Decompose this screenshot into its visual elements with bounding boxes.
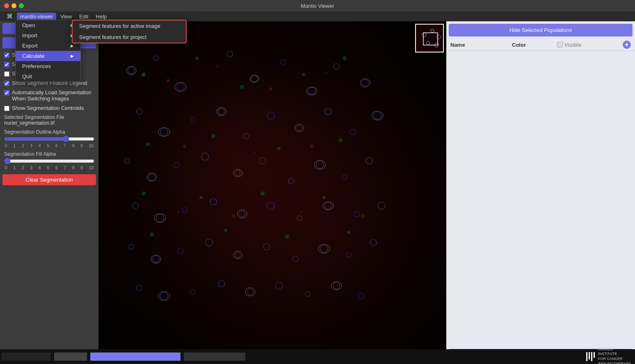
checkbox-auto-load-segmentation[interactable]: Automatically Load Segmentation When Swi…: [0, 88, 98, 103]
zoom-inset-svg: [416, 25, 443, 52]
svg-point-63: [302, 73, 305, 76]
checkbox-segment-feature-legend-input[interactable]: [4, 81, 9, 86]
logo-line-3: [591, 352, 592, 361]
bottombar: PARKERINSTITUTEFOR CANCERIMMUNOTHERAPY: [0, 349, 635, 364]
submenu-item-segment-project[interactable]: Segment features for project: [73, 32, 186, 43]
svg-point-78: [216, 65, 219, 68]
svg-point-81: [183, 145, 186, 148]
bottom-seg-4: [184, 353, 245, 361]
checkbox-centroids-input[interactable]: [4, 106, 9, 111]
segmentation-file-section: Selected Segmentation File nuclei_segmen…: [0, 113, 98, 127]
menu-item-calculate-label: Calculate: [22, 53, 44, 59]
submenu-item-segment-active[interactable]: Segment features for active image: [73, 20, 186, 32]
image-area: b-Catenin(Ho165Di): [98, 21, 446, 364]
submenu-segment-project-label: Segment features for project: [79, 34, 146, 40]
svg-point-84: [177, 211, 180, 213]
checkbox-auto-load-label: Automatically Load Segmentation When Swi…: [12, 89, 94, 102]
svg-point-76: [347, 231, 350, 234]
checkbox-population-legend-input[interactable]: [4, 71, 9, 77]
svg-point-64: [343, 56, 347, 60]
checkbox-centroids-label: Show Segmentation Centroids: [12, 105, 84, 111]
parker-logo-text: PARKERINSTITUTEFOR CANCERIMMUNOTHERAPY: [598, 347, 631, 364]
outline-alpha-section: Segmentation Outline Alpha 012345678910: [0, 127, 98, 150]
minimize-button[interactable]: [11, 3, 16, 8]
checkbox-auto-load-input[interactable]: [4, 90, 9, 96]
menu-item-open-label: Open: [22, 22, 35, 28]
menu-view[interactable]: View: [57, 13, 75, 20]
svg-point-65: [146, 143, 149, 146]
menu-item-export[interactable]: Export ▶: [16, 41, 80, 51]
checkbox-channel-legend-input[interactable]: [4, 62, 9, 67]
menu-item-open[interactable]: Open ▶: [16, 20, 80, 30]
bottom-seg-3: [90, 353, 180, 361]
close-button[interactable]: [4, 3, 9, 8]
svg-point-77: [167, 79, 170, 82]
main-layout: Show Channel Controls Hide Image Control…: [0, 21, 635, 364]
svg-point-80: [325, 71, 327, 74]
outline-alpha-label: Segmentation Outline Alpha: [4, 129, 94, 135]
clear-segmentation-button[interactable]: Clear Segmentation: [2, 174, 96, 185]
outline-alpha-ticks: 012345678910: [4, 143, 94, 148]
fill-alpha-slider[interactable]: [4, 158, 94, 164]
populations-table-header: Name Color Visible +: [446, 39, 635, 51]
bottom-seg-2: [54, 353, 87, 361]
svg-point-86: [300, 211, 303, 213]
svg-point-73: [150, 232, 154, 237]
svg-point-85: [232, 214, 235, 218]
svg-point-79: [269, 87, 272, 91]
logo-line-2: [589, 352, 590, 359]
right-panel: Hide Selected Populations Name Color Vis…: [446, 21, 635, 364]
svg-point-87: [361, 214, 365, 218]
svg-point-69: [142, 191, 146, 196]
populations-table-body: [446, 51, 635, 346]
apple-menu-icon[interactable]: ⌘: [3, 13, 16, 20]
add-population-button[interactable]: +: [623, 41, 631, 49]
svg-rect-109: [416, 25, 443, 52]
export-arrow-icon: ▶: [71, 43, 74, 48]
calculate-dropdown: Open ▶ Import ▶ Export ▶ Calculate ▶ Pre…: [15, 20, 81, 82]
svg-point-74: [224, 229, 227, 232]
segmentation-file-label: Selected Segmentation File: [4, 114, 94, 120]
menu-item-quit[interactable]: Quit: [16, 71, 80, 82]
submenu-segment-active-label: Segment features for active image: [79, 23, 160, 29]
col-color-header: Color: [512, 42, 553, 48]
svg-point-83: [310, 145, 313, 148]
svg-point-68: [338, 138, 343, 142]
checkbox-show-centroids[interactable]: Show Segmentation Centroids: [0, 103, 98, 113]
svg-point-66: [211, 134, 215, 138]
menu-item-calculate[interactable]: Calculate ▶: [16, 51, 80, 61]
bottom-seg-1: [2, 353, 51, 361]
menu-item-quit-label: Quit: [22, 73, 32, 80]
calculate-submenu: Segment features for active image Segmen…: [72, 20, 187, 43]
svg-point-62: [240, 85, 244, 89]
svg-point-67: [277, 147, 281, 150]
zoom-inset: [415, 24, 444, 52]
fill-alpha-section: Segmentation Fill Alpha 012345678910: [0, 150, 98, 172]
zoom-inset-inner: [416, 25, 443, 52]
outline-alpha-slider[interactable]: [4, 136, 94, 142]
svg-point-75: [285, 234, 289, 239]
parker-logo: PARKERINSTITUTEFOR CANCERIMMUNOTHERAPY: [586, 347, 631, 364]
maximize-button[interactable]: [19, 3, 24, 8]
svg-point-82: [253, 151, 256, 154]
logo-lines: [586, 352, 595, 361]
checkbox-zoom-inset-input[interactable]: [4, 52, 9, 58]
svg-point-61: [195, 57, 199, 60]
menu-item-preferences[interactable]: Preferences: [16, 61, 80, 71]
segmentation-file-name: nuclei_segmentation.tif: [4, 120, 94, 126]
menu-item-import[interactable]: Import ▶: [16, 30, 80, 41]
titlebar: Mantis Viewer: [0, 0, 635, 11]
hide-selected-populations-button[interactable]: Hide Selected Populations: [449, 24, 633, 36]
window-controls: [0, 3, 24, 8]
menu-mantis-viewer[interactable]: mantis-viewer: [17, 13, 56, 20]
svg-point-72: [322, 196, 326, 199]
menu-edit[interactable]: Edit: [76, 13, 91, 20]
fill-alpha-label: Segmentation Fill Alpha: [4, 151, 94, 157]
visible-checkbox-icon: [557, 42, 563, 48]
svg-rect-1: [98, 21, 446, 364]
fill-alpha-ticks: 012345678910: [4, 166, 94, 170]
menu-item-import-label: Import: [22, 32, 37, 39]
menu-help[interactable]: Help: [93, 13, 110, 20]
svg-point-70: [199, 196, 203, 199]
menu-item-preferences-label: Preferences: [22, 63, 51, 69]
